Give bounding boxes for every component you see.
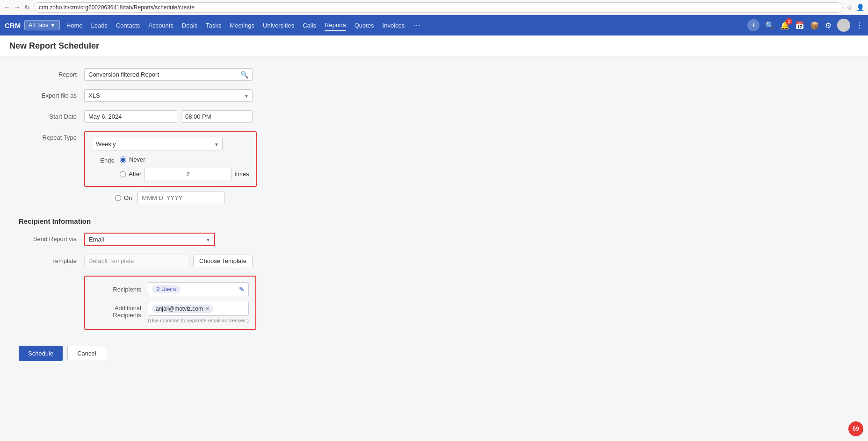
additional-recipients-label: Additional Recipients [92,302,148,319]
report-control: 🔍 [84,68,253,81]
page-header: New Report Scheduler [0,36,868,57]
nav-deals[interactable]: Deals [182,20,197,31]
ends-on-label: On [124,194,132,201]
additional-recipients-control: anjali@motviz.com ✕ (Use commas to separ… [148,302,249,323]
cancel-button[interactable]: Cancel [67,346,106,361]
nav-meetings[interactable]: Meetings [230,20,254,31]
repeat-control: Daily Weekly Monthly Yearly ▼ Ends [84,131,257,204]
export-row: Export file as XLS CSV PDF ▼ [19,89,849,102]
report-input-wrapper: 🔍 [84,68,253,81]
ends-on-radio[interactable] [115,195,121,201]
template-row: Template Default Template Choose Templat… [19,255,849,267]
ends-never-option: Never [120,156,249,163]
nav-universities[interactable]: Universities [263,20,294,31]
start-date-control [84,110,253,123]
ends-radio-group: Never After times [120,156,249,180]
report-label: Report [19,68,84,78]
brand-logo: CRM [5,21,21,29]
email-tag-text: anjali@motviz.com [156,306,203,312]
more-nav-icon[interactable]: ⋯ [413,21,420,30]
back-icon[interactable]: ← [4,4,10,11]
template-label: Template [19,255,84,264]
nav-invoices[interactable]: Invoices [383,20,405,31]
date-field [84,110,177,123]
notification-badge: 2 [786,18,792,25]
ends-on-row: On [84,192,257,204]
nav-reports[interactable]: Reports [325,20,346,31]
notifications-icon[interactable]: 🔔 2 [780,21,789,30]
ends-on-option: On [115,192,225,204]
schedule-button[interactable]: Schedule [19,346,63,361]
additional-recipients-box[interactable]: anjali@motviz.com ✕ [148,302,249,316]
template-input-row: Default Template Choose Template [84,255,253,267]
edit-recipients-icon[interactable]: ✎ [239,285,245,293]
topbar: CRM All Tabs ▼ Home Leads Contacts Accou… [0,15,868,36]
date-input[interactable] [84,110,177,123]
ends-after-label: After [129,171,141,178]
ends-after-option: After times [120,168,249,180]
email-tag: anjali@motviz.com ✕ [152,305,213,313]
export-select-wrapper: XLS CSV PDF ▼ [84,89,253,102]
repeat-red-box: Daily Weekly Monthly Yearly ▼ Ends [84,131,257,187]
apps-icon[interactable]: ⋮ [856,21,863,30]
add-button[interactable]: + [747,19,760,31]
nav-quotes[interactable]: Quotes [354,20,374,31]
recipients-section: Recipients 2 Users ✎ Additional Recipien… [19,276,849,330]
nav-accounts[interactable]: Accounts [148,20,173,31]
email-tag-remove[interactable]: ✕ [205,306,210,312]
start-date-row: Start Date [19,110,849,123]
repeat-select-wrapper: Daily Weekly Monthly Yearly ▼ [92,138,223,150]
main-content: Report 🔍 Export file as XLS CSV PDF ▼ St… [0,57,868,441]
ends-on-date-input[interactable] [137,192,225,204]
recipients-outer-label [19,276,84,278]
top-navigation: Home Leads Contacts Accounts Deals Tasks… [66,20,747,31]
recipients-label: Recipients [92,286,148,293]
action-row: Schedule Cancel [19,338,849,369]
nav-leads[interactable]: Leads [91,20,108,31]
nav-calls[interactable]: Calls [303,20,316,31]
export-select[interactable]: XLS CSV PDF [84,89,253,102]
tray-icon[interactable]: 📦 [810,21,819,30]
settings-icon[interactable]: ⚙ [825,21,832,30]
topbar-right: + 🔍 🔔 2 📅 📦 ⚙ ⋮ [747,19,863,32]
send-via-select-wrapper: Email Download ▼ [85,234,214,245]
report-search-icon[interactable]: 🔍 [237,69,252,80]
export-control: XLS CSV PDF ▼ [84,89,253,102]
ends-after-radio[interactable] [120,171,126,178]
repeat-section: Repeat Type Daily Weekly Monthly Yearly … [19,131,849,204]
ends-after-count-input[interactable] [144,168,231,180]
choose-template-button[interactable]: Choose Template [193,255,253,267]
helper-text: (Use commas to separate email addresses.… [148,318,249,323]
repeat-type-label: Repeat Type [19,131,84,141]
nav-home[interactable]: Home [66,20,83,31]
calendar-icon[interactable]: 📅 [795,21,804,30]
search-icon[interactable]: 🔍 [765,21,774,30]
recipient-section-header: Recipient Information [19,213,849,225]
recipients-box: 2 Users ✎ [148,282,249,296]
profile-icon[interactable]: 👤 [856,4,864,11]
address-bar: ← → ↻ crm.zoho.in/crm/org60020636418/tab… [0,0,868,15]
time-input[interactable] [181,110,253,123]
forward-icon[interactable]: → [14,4,21,11]
ends-never-radio[interactable] [120,156,126,163]
all-tabs-button[interactable]: All Tabs ▼ [24,20,60,30]
avatar[interactable] [837,19,850,32]
nav-contacts[interactable]: Contacts [116,20,140,31]
recipients-red-container: Recipients 2 Users ✎ Additional Recipien… [84,276,256,330]
repeat-type-select[interactable]: Daily Weekly Monthly Yearly [92,138,223,150]
bottom-badge: 59 [848,421,863,436]
url-bar[interactable]: crm.zoho.in/crm/org60020636418/tab/Repor… [34,2,843,13]
send-via-red-box: Email Download ▼ [84,233,215,246]
recipients-inner-row: Recipients 2 Users ✎ [92,282,249,296]
additional-recipients-row: Additional Recipients anjali@motviz.com … [92,302,249,323]
bookmark-icon[interactable]: ☆ [846,4,853,11]
time-field [181,110,253,123]
page-title: New Report Scheduler [9,41,859,51]
report-input[interactable] [85,69,237,80]
send-via-row: Send Report via Email Download ▼ [19,233,849,246]
reload-icon[interactable]: ↻ [24,4,30,11]
send-via-label: Send Report via [19,233,84,242]
nav-tasks[interactable]: Tasks [206,20,221,31]
url-text: crm.zoho.in/crm/org60020636418/tab/Repor… [39,4,195,11]
send-via-select[interactable]: Email Download [85,234,214,245]
